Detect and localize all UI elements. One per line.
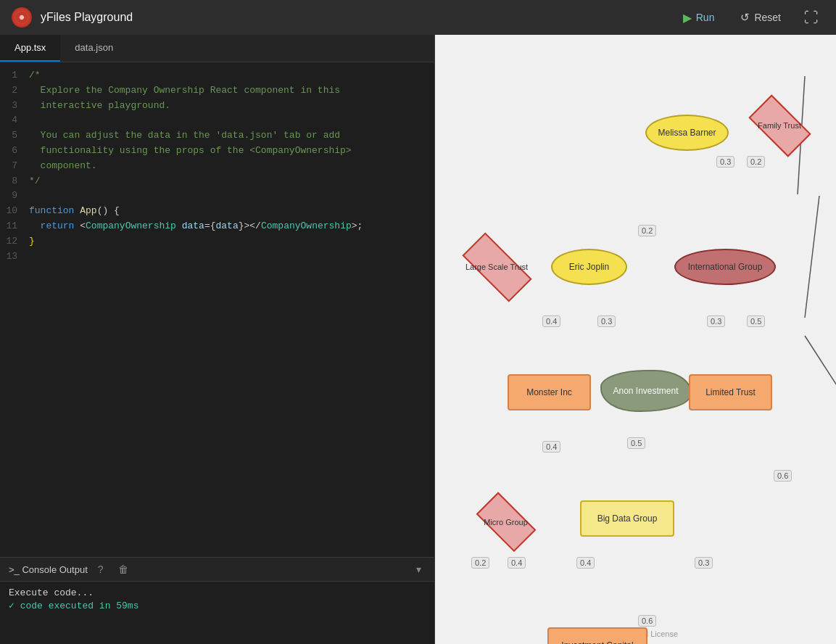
svg-point-1 (20, 15, 24, 20)
edge-label-el2: 0.2 (747, 156, 765, 168)
console-clear-button[interactable]: 🗑 (114, 562, 133, 577)
reset-button[interactable]: ↺ Reset (732, 7, 790, 28)
header: yFiles Playground ▶ Run ↺ Reset ⛶ (0, 0, 836, 35)
main-layout: App.tsx data.json 1/*2 Explore the Compa… (0, 35, 836, 644)
graph-node-bigdata[interactable]: Big Data Group (580, 500, 674, 537)
code-line: 13 (0, 249, 434, 265)
tab-app-tsx[interactable]: App.tsx (0, 35, 60, 62)
code-line: 12} (0, 234, 434, 249)
app-title: yFiles Playground (41, 11, 666, 24)
edge-label-el13: 0.3 (695, 557, 713, 569)
edge-label-el12: 0.4 (576, 557, 595, 569)
code-editor: 1/*2 Explore the Company Ownership React… (0, 62, 434, 557)
edge-label-el4: 0.4 (542, 315, 560, 327)
console-line: ✓ code executed in 59ms (9, 600, 426, 611)
svg-line-9 (805, 336, 836, 448)
edge-label-el3: 0.2 (638, 225, 656, 236)
code-line: 9 (0, 189, 434, 204)
code-line: 7 component. (0, 159, 434, 174)
graph-node-limited[interactable]: Limited Trust (689, 374, 772, 410)
edge-label-el10: 0.2 (471, 557, 489, 569)
edge-label-el15: 0.6 (638, 615, 656, 627)
tab-bar: App.tsx data.json (0, 35, 434, 62)
graph-node-anon[interactable]: Anon Investment (600, 370, 691, 412)
edge-label-el6: 0.3 (707, 315, 725, 327)
console-header: >_ Console Output ? 🗑 ▾ (0, 558, 434, 582)
code-line: 6 functionality using the props of the <… (0, 144, 434, 159)
run-label: Run (696, 12, 715, 23)
code-line: 10function App() { (0, 204, 434, 219)
edge-label-el5: 0.3 (597, 315, 616, 327)
edge-label-el7: 0.5 (747, 315, 765, 327)
console-title: >_ Console Output (9, 564, 88, 575)
edge-label-el9: 0.5 (627, 437, 645, 449)
run-icon: ▶ (683, 11, 692, 25)
code-line: 11 return <CompanyOwnership data={data}>… (0, 219, 434, 234)
graph-node-monster[interactable]: Monster Inc (508, 374, 591, 410)
edge-label-el8: 0.4 (542, 441, 560, 453)
graph-node-large[interactable]: Large Scale Trust (450, 249, 544, 285)
code-line: 5 You can adjust the data in the 'data.j… (0, 128, 434, 144)
edge-label-el1: 0.3 (716, 156, 734, 168)
app-logo (12, 7, 32, 28)
graph-node-melissa[interactable]: Melissa Barner (645, 115, 729, 151)
graph-node-eric[interactable]: Eric Joplin (551, 249, 627, 285)
reset-label: Reset (754, 12, 781, 23)
code-line: 3 interactive playground. (0, 99, 434, 114)
run-button[interactable]: ▶ Run (674, 7, 724, 29)
graph-node-invest[interactable]: Investment Capital (547, 627, 647, 644)
console-line: Execute code... (9, 587, 426, 598)
graph-node-family[interactable]: Family Trust (740, 107, 819, 144)
reset-icon: ↺ (740, 11, 750, 24)
edge-label-el14: 0.6 (774, 470, 792, 482)
left-panel: App.tsx data.json 1/*2 Explore the Compa… (0, 35, 435, 644)
console-help-button[interactable]: ? (94, 562, 108, 577)
right-panel[interactable]: yWorks Internal License Melissa BarnerFa… (435, 35, 836, 644)
graph-node-micro[interactable]: Micro Group (468, 505, 544, 540)
console-output: Execute code...✓ code executed in 59ms (0, 582, 434, 644)
code-line: 2 Explore the Company Ownership React co… (0, 83, 434, 99)
console-panel: >_ Console Output ? 🗑 ▾ Execute code...✓… (0, 557, 434, 644)
edge-label-el11: 0.4 (508, 557, 526, 569)
code-line: 1/* (0, 68, 434, 83)
fullscreen-button[interactable]: ⛶ (798, 7, 824, 29)
graph-node-intl[interactable]: International Group (674, 249, 776, 285)
graph-canvas: yWorks Internal License Melissa BarnerFa… (435, 35, 836, 644)
tab-data-json[interactable]: data.json (60, 35, 128, 62)
code-line: 8*/ (0, 174, 434, 189)
svg-line-8 (805, 196, 819, 318)
code-line: 4 (0, 113, 434, 128)
console-collapse-button[interactable]: ▾ (412, 562, 426, 577)
